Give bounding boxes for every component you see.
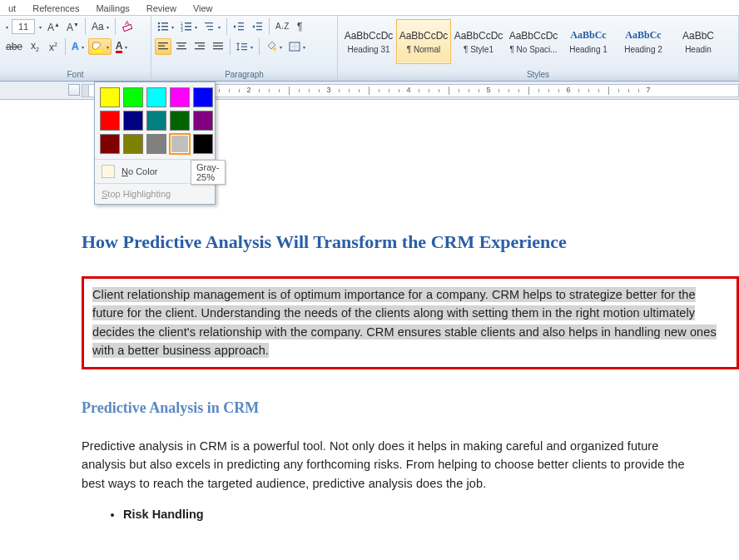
ribbon: ▾ 11 ▾ A▲ A▼ Aa▾ A abe x2 x2 A▾ [0,15,739,82]
tab-view[interactable]: View [185,2,221,13]
bullets-button[interactable]: ▾ [155,18,176,35]
text-effects-button[interactable]: A▾ [69,38,87,55]
highlight-swatch[interactable] [123,111,143,131]
align-left-button[interactable] [155,38,171,55]
svg-rect-38 [241,47,247,47]
font-size-input[interactable]: 11 [12,19,35,34]
tab-layout-cut[interactable]: ut [0,2,24,13]
grow-font-button[interactable]: A▲ [45,18,62,35]
font-group-label: Font [3,70,147,81]
svg-rect-29 [176,48,186,49]
highlight-swatch[interactable] [100,87,120,107]
subscript-button[interactable]: x2 [27,38,43,55]
tab-selector-icon[interactable] [68,84,80,96]
group-font: ▾ 11 ▾ A▲ A▼ Aa▾ A abe x2 x2 A▾ [0,16,151,81]
paragraph-group-label: Paragraph [155,70,334,81]
tab-mailings[interactable]: Mailings [87,2,137,13]
highlight-swatch[interactable] [100,111,120,131]
svg-rect-18 [238,22,244,23]
highlight-swatch[interactable] [146,111,166,131]
style-style1[interactable]: AaBbCcDc¶ Style1 [451,19,506,64]
svg-rect-4 [161,22,168,24]
svg-rect-32 [195,48,205,49]
highlight-color-button[interactable]: ▾ [88,38,112,55]
sort-button[interactable]: A↓Z [273,18,290,35]
style-heading-cut[interactable]: AaBbCHeadin [671,19,726,64]
highlight-swatch[interactable] [170,134,190,154]
paint-bucket-icon [265,41,277,52]
svg-rect-12 [185,26,191,27]
show-marks-button[interactable]: ¶ [291,18,308,35]
selected-paragraph-annotation: Client relationship management is of opt… [82,276,739,369]
highlight-swatch[interactable] [123,134,143,154]
stop-highlighting-item: Stop Highlighting [95,183,215,204]
line-spacing-button[interactable]: ▾ [234,38,255,55]
justify-button[interactable] [210,38,226,55]
clear-formatting-button[interactable]: A [119,18,137,35]
shrink-font-button[interactable]: A▼ [64,18,82,35]
group-paragraph: ▾ 123▾ ▾ A↓Z ¶ [151,16,338,81]
highlight-swatch-grid [95,82,215,159]
svg-rect-8 [161,29,168,31]
highlight-tooltip: Gray-25% [191,160,226,185]
highlighter-icon [91,41,104,52]
highlight-swatch[interactable] [193,111,213,131]
tab-references[interactable]: References [24,2,87,13]
font-size-dd-icon[interactable]: ▾ [37,24,43,30]
change-case-button[interactable]: Aa▾ [89,18,112,35]
style-nospacing[interactable]: AaBbCcDc¶ No Spaci... [506,19,561,64]
align-center-button[interactable] [173,38,190,55]
style-normal[interactable]: AaBbCcDc¶ Normal [396,19,451,64]
svg-rect-21 [256,22,262,23]
highlight-swatch[interactable] [123,87,143,107]
svg-rect-15 [205,22,213,23]
borders-button[interactable]: ▾ [286,38,308,55]
style-heading31[interactable]: AaBbCcDcHeading 31 [341,19,396,64]
svg-rect-6 [161,26,168,27]
list-item[interactable]: Risk Handling [123,508,739,521]
align-right-button[interactable] [191,38,208,55]
font-color-button[interactable]: A▾ [113,38,131,55]
styles-gallery[interactable]: AaBbCcDcHeading 31 AaBbCcDc¶ Normal AaBb… [341,17,735,64]
superscript-button[interactable]: x2 [45,38,62,55]
increase-indent-button[interactable] [249,18,265,35]
borders-icon [289,42,300,52]
style-heading2[interactable]: AaBbCcHeading 2 [616,19,671,64]
styles-group-label: Styles [341,70,735,81]
strikethrough-button[interactable]: abe [3,38,25,55]
svg-rect-24 [158,42,168,43]
body-paragraph[interactable]: Predictive analysis in CRM is a powerful… [82,437,697,493]
align-right-icon [194,42,206,52]
svg-rect-25 [158,46,165,47]
svg-rect-34 [213,46,223,47]
svg-rect-37 [241,43,247,44]
shading-button[interactable]: ▾ [263,38,285,55]
highlight-swatch[interactable] [193,87,213,107]
svg-text:3: 3 [181,27,183,32]
highlight-swatch[interactable] [193,134,213,154]
multilevel-icon [204,22,216,32]
svg-rect-28 [178,46,185,47]
svg-rect-14 [185,29,191,31]
numbering-button[interactable]: 123▾ [178,18,200,35]
highlight-swatch[interactable] [146,87,166,107]
svg-rect-22 [256,26,262,27]
intro-paragraph[interactable]: Client relationship management is of opt… [92,287,717,358]
style-heading1[interactable]: AaBbCcHeading 1 [561,19,616,64]
highlight-swatch[interactable] [100,134,120,154]
doc-title: How Predictive Analysis Will Transform t… [82,231,739,253]
multilevel-list-button[interactable]: ▾ [201,18,223,35]
font-name-dd-icon[interactable]: ▾ [4,24,10,30]
svg-rect-17 [208,29,213,30]
outdent-icon [233,22,245,32]
svg-rect-31 [198,46,205,47]
highlight-swatch[interactable] [170,111,190,131]
tab-review[interactable]: Review [138,2,185,13]
svg-point-7 [158,29,161,32]
svg-rect-27 [176,42,186,43]
section-heading: Predictive Analysis in CRM [82,399,739,417]
align-left-icon [157,42,169,52]
highlight-swatch[interactable] [146,134,166,154]
decrease-indent-button[interactable] [231,18,247,35]
highlight-swatch[interactable] [170,87,190,107]
